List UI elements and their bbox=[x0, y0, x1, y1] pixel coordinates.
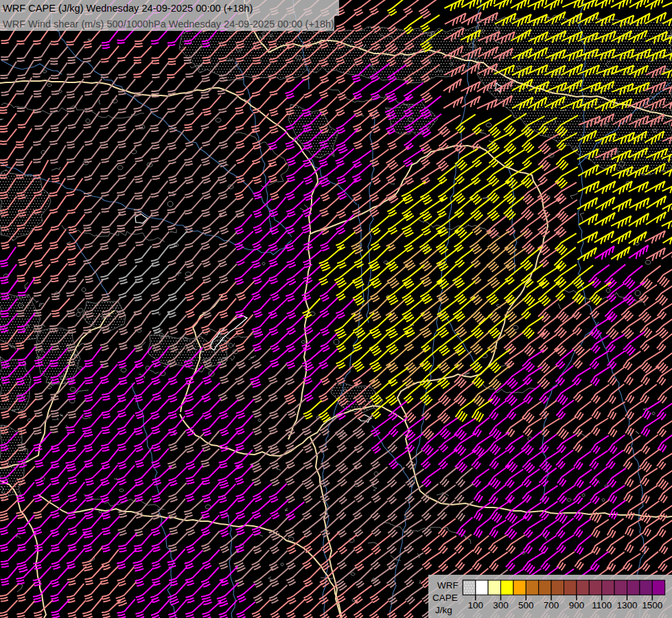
svg-text:100: 100 bbox=[467, 600, 483, 610]
svg-text:300: 300 bbox=[493, 600, 509, 610]
svg-text:WRF Wind shear (m/s) 500/1000h: WRF Wind shear (m/s) 500/1000hPa Wednesd… bbox=[3, 19, 334, 30]
svg-text:1100: 1100 bbox=[592, 600, 612, 610]
svg-text:1300: 1300 bbox=[616, 600, 637, 610]
svg-text:WRF: WRF bbox=[437, 580, 459, 591]
svg-text:J/kg: J/kg bbox=[435, 605, 452, 615]
svg-text:WRF CAPE (J/kg) Wednesday 24-0: WRF CAPE (J/kg) Wednesday 24-09-2025 00:… bbox=[3, 3, 253, 14]
svg-text:700: 700 bbox=[544, 600, 559, 610]
svg-text:CAPE: CAPE bbox=[432, 593, 458, 603]
svg-text:1500: 1500 bbox=[642, 600, 662, 610]
svg-text:500: 500 bbox=[518, 600, 534, 610]
svg-text:900: 900 bbox=[569, 600, 585, 610]
